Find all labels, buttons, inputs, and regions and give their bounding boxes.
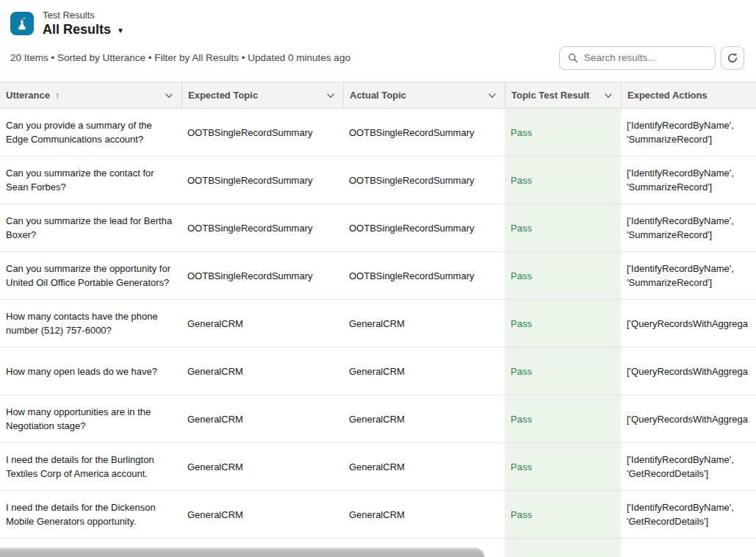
table-row: I need the details for the Dickenson Mob… (0, 491, 756, 539)
toolbar: 20 Items • Sorted by Utterance • Filter … (10, 46, 744, 70)
expected-topic-cell: OOTBSingleRecordSummary (181, 109, 343, 156)
chevron-down-icon[interactable] (164, 90, 174, 101)
expected-topic-cell: OOTBSingleRecordSummary (181, 204, 343, 251)
actual-topic-cell: OOTBSingleRecordSummary (343, 157, 505, 204)
topic-test-result-cell: Pass (505, 157, 621, 204)
entity-label: Test Results (43, 10, 124, 21)
table-row: Can you summarize the opportunity for Un… (0, 252, 756, 300)
flask-icon (10, 12, 34, 35)
topic-test-result-cell: Pass (505, 300, 621, 347)
expected-actions-cell: ['QueryRecordsWithAggrega (621, 300, 756, 347)
table-row: I need the details for the Burlington Te… (0, 443, 756, 491)
actual-topic-cell: GeneralCRM (343, 395, 505, 442)
utterance-cell: I need the details for the Burlington Te… (0, 443, 181, 490)
refresh-button[interactable] (721, 46, 744, 70)
search-icon (568, 53, 578, 63)
topic-test-result-cell: Pass (505, 252, 621, 299)
topic-test-result-cell: Pass (505, 395, 621, 442)
topic-test-result-cell (505, 539, 621, 557)
table-row: Can you summarize the lead for Bertha Bo… (0, 204, 756, 252)
expected-actions-cell: ['QueryRecordsWithAggrega (621, 348, 756, 395)
expected-topic-cell: GeneralCRM (181, 443, 343, 490)
table-row: How many contacts have the phone number … (0, 300, 756, 348)
horizontal-scrollbar-thumb[interactable] (0, 547, 485, 557)
expected-actions-cell: ['QueryRecordsWithAggrega (621, 395, 756, 442)
expected-actions-cell: ['IdentifyRecordByName', 'SummarizeRecor… (621, 157, 756, 204)
actual-topic-cell: GeneralCRM (343, 491, 505, 538)
chevron-down-icon[interactable] (325, 90, 336, 101)
expected-topic-cell: OOTBSingleRecordSummary (181, 252, 343, 299)
topic-test-result-cell: Pass (505, 491, 621, 538)
expected-actions-cell: ['IdentifyRecordByName', 'SummarizeRecor… (621, 252, 756, 299)
utterance-cell: I need the details for the Dickenson Mob… (0, 491, 181, 538)
column-header-actual-topic[interactable]: Actual Topic (343, 82, 505, 108)
table-body: Can you provide a summary of the Edge Co… (0, 109, 756, 557)
utterance-cell: How many open leads do we have? (0, 348, 181, 395)
actual-topic-cell: GeneralCRM (343, 348, 505, 395)
expected-topic-cell: GeneralCRM (181, 395, 343, 442)
expected-actions-cell: ['IdentifyRecordByName', 'GetRecordDetai… (621, 491, 756, 538)
list-summary: 20 Items • Sorted by Utterance • Filter … (10, 52, 350, 63)
list-view-name: All Results (43, 22, 111, 37)
topic-test-result-cell: Pass (505, 348, 621, 395)
table-row: Can you summarize the contact for Sean F… (0, 157, 756, 204)
column-header-expected-actions[interactable]: Expected Actions (621, 82, 756, 108)
expected-topic-cell: OOTBSingleRecordSummary (181, 157, 343, 204)
list-view-selector[interactable]: All Results ▼ (43, 22, 124, 37)
expected-topic-cell: GeneralCRM (181, 300, 343, 347)
table-row: How many open leads do we have? GeneralC… (0, 348, 756, 395)
topic-test-result-cell: Pass (505, 109, 621, 156)
column-header-utterance[interactable]: Utterance ↑ (0, 82, 181, 108)
column-label: Utterance (6, 90, 50, 101)
expected-actions-cell: ['IdentifyRecordByName', 'SummarizeRecor… (621, 204, 756, 251)
utterance-cell: Can you summarize the contact for Sean F… (0, 157, 181, 204)
refresh-icon (727, 52, 738, 64)
chevron-down-icon[interactable] (487, 90, 497, 101)
actual-topic-cell: GeneralCRM (343, 300, 505, 347)
column-label: Expected Actions (627, 90, 708, 101)
column-label: Expected Topic (188, 90, 258, 101)
page-titles: Test Results All Results ▼ (43, 10, 124, 37)
expected-topic-cell: GeneralCRM (181, 491, 343, 538)
table-row: Can you provide a summary of the Edge Co… (0, 109, 756, 157)
expected-actions-cell: ['IdentifyRecordByName', 'SummarizeRecor… (621, 109, 756, 156)
table-row: How many opportunities are in the Negoti… (0, 395, 756, 443)
page-header: Test Results All Results ▼ (10, 10, 124, 37)
utterance-cell: How many contacts have the phone number … (0, 300, 181, 347)
expected-actions-cell: ['IdentifyRecordByName', 'GetRecordDetai… (621, 443, 756, 490)
column-header-expected-topic[interactable]: Expected Topic (181, 82, 343, 108)
search-box[interactable] (559, 46, 716, 70)
actual-topic-cell: OOTBSingleRecordSummary (343, 252, 505, 299)
expected-actions-cell: ['IdentifyRecordByName' (621, 539, 756, 557)
expected-topic-cell: GeneralCRM (181, 348, 343, 395)
column-label: Topic Test Result (511, 90, 589, 101)
utterance-cell: Can you provide a summary of the Edge Co… (0, 109, 181, 156)
utterance-cell: Can you summarize the lead for Bertha Bo… (0, 204, 181, 251)
actual-topic-cell: OOTBSingleRecordSummary (343, 204, 505, 251)
search-input[interactable] (584, 52, 707, 63)
chevron-down-icon[interactable] (603, 90, 613, 101)
toolbar-actions (559, 46, 744, 70)
list-view-caret-icon: ▼ (117, 25, 124, 35)
utterance-cell: Can you summarize the opportunity for Un… (0, 252, 181, 299)
sort-ascending-icon: ↑ (55, 90, 60, 101)
table-header-row: Utterance ↑ Expected Topic Actual Topic (0, 82, 756, 109)
flask-icon-glyph (15, 16, 29, 31)
column-label: Actual Topic (350, 90, 406, 101)
topic-test-result-cell: Pass (505, 443, 621, 490)
column-header-topic-test-result[interactable]: Topic Test Result (505, 82, 621, 108)
utterance-cell: How many opportunities are in the Negoti… (0, 395, 181, 442)
actual-topic-cell: GeneralCRM (343, 443, 505, 490)
actual-topic-cell: OOTBSingleRecordSummary (343, 109, 505, 156)
topic-test-result-cell: Pass (505, 204, 621, 251)
results-table: Utterance ↑ Expected Topic Actual Topic (0, 82, 756, 557)
